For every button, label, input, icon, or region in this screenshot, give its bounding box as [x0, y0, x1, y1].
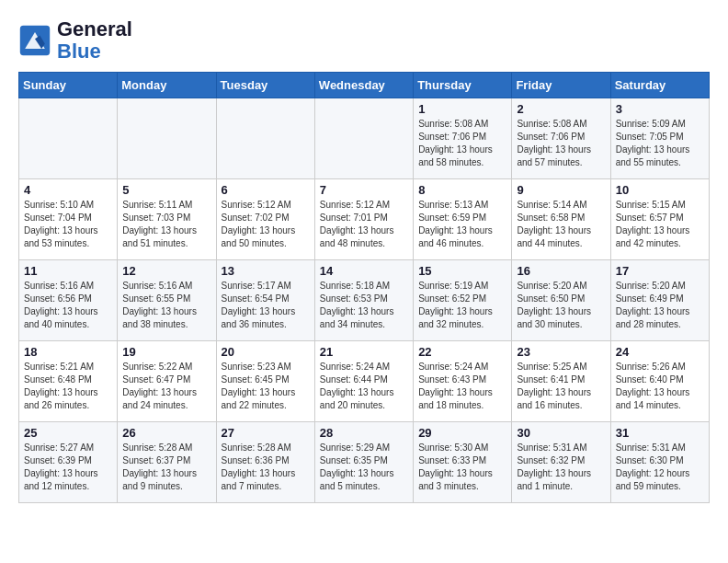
day-info: Sunrise: 5:31 AM Sunset: 6:32 PM Dayligh… — [517, 442, 605, 493]
day-number: 29 — [418, 426, 506, 440]
day-number: 1 — [418, 102, 506, 116]
day-number: 8 — [418, 183, 506, 197]
day-info: Sunrise: 5:08 AM Sunset: 7:06 PM Dayligh… — [418, 118, 506, 169]
day-number: 18 — [24, 345, 112, 359]
calendar-cell: 4Sunrise: 5:10 AM Sunset: 7:04 PM Daylig… — [19, 179, 118, 260]
day-number: 9 — [517, 183, 605, 197]
calendar-cell: 3Sunrise: 5:09 AM Sunset: 7:05 PM Daylig… — [610, 98, 709, 179]
calendar-cell: 17Sunrise: 5:20 AM Sunset: 6:49 PM Dayli… — [610, 260, 709, 341]
day-number: 23 — [517, 345, 605, 359]
weekday-header-sunday: Sunday — [19, 73, 118, 98]
calendar-cell: 20Sunrise: 5:23 AM Sunset: 6:45 PM Dayli… — [216, 341, 314, 422]
calendar-week-4: 18Sunrise: 5:21 AM Sunset: 6:48 PM Dayli… — [19, 341, 710, 422]
calendar-cell: 30Sunrise: 5:31 AM Sunset: 6:32 PM Dayli… — [512, 422, 610, 503]
day-number: 30 — [517, 426, 605, 440]
calendar-cell: 23Sunrise: 5:25 AM Sunset: 6:41 PM Dayli… — [512, 341, 610, 422]
weekday-row: SundayMondayTuesdayWednesdayThursdayFrid… — [19, 73, 710, 98]
calendar-table: SundayMondayTuesdayWednesdayThursdayFrid… — [18, 72, 710, 503]
day-info: Sunrise: 5:16 AM Sunset: 6:55 PM Dayligh… — [122, 280, 210, 331]
calendar-cell: 10Sunrise: 5:15 AM Sunset: 6:57 PM Dayli… — [610, 179, 709, 260]
day-info: Sunrise: 5:18 AM Sunset: 6:53 PM Dayligh… — [320, 280, 408, 331]
logo-text: General Blue — [57, 18, 132, 63]
day-number: 6 — [222, 183, 310, 197]
day-info: Sunrise: 5:17 AM Sunset: 6:54 PM Dayligh… — [222, 280, 310, 331]
day-number: 2 — [517, 102, 605, 116]
page-header: General Blue — [18, 18, 710, 63]
day-number: 3 — [616, 102, 704, 116]
day-number: 13 — [222, 264, 310, 278]
calendar-week-2: 4Sunrise: 5:10 AM Sunset: 7:04 PM Daylig… — [19, 179, 710, 260]
day-info: Sunrise: 5:16 AM Sunset: 6:56 PM Dayligh… — [24, 280, 112, 331]
day-number: 27 — [222, 426, 310, 440]
day-number: 24 — [616, 345, 704, 359]
day-info: Sunrise: 5:22 AM Sunset: 6:47 PM Dayligh… — [122, 361, 210, 412]
day-info: Sunrise: 5:26 AM Sunset: 6:40 PM Dayligh… — [616, 361, 704, 412]
day-number: 16 — [517, 264, 605, 278]
day-info: Sunrise: 5:30 AM Sunset: 6:33 PM Dayligh… — [418, 442, 506, 493]
calendar-cell: 11Sunrise: 5:16 AM Sunset: 6:56 PM Dayli… — [19, 260, 118, 341]
day-info: Sunrise: 5:12 AM Sunset: 7:02 PM Dayligh… — [222, 199, 310, 250]
day-info: Sunrise: 5:20 AM Sunset: 6:50 PM Dayligh… — [517, 280, 605, 331]
day-number: 21 — [320, 345, 408, 359]
calendar-cell — [118, 98, 216, 179]
logo: General Blue — [18, 18, 132, 63]
day-number: 10 — [616, 183, 704, 197]
weekday-header-thursday: Thursday — [414, 73, 512, 98]
calendar-cell — [314, 98, 413, 179]
day-number: 14 — [320, 264, 408, 278]
day-info: Sunrise: 5:11 AM Sunset: 7:03 PM Dayligh… — [122, 199, 210, 250]
calendar-cell: 13Sunrise: 5:17 AM Sunset: 6:54 PM Dayli… — [216, 260, 314, 341]
calendar-cell: 9Sunrise: 5:14 AM Sunset: 6:58 PM Daylig… — [512, 179, 610, 260]
day-number: 5 — [122, 183, 210, 197]
calendar-cell: 14Sunrise: 5:18 AM Sunset: 6:53 PM Dayli… — [314, 260, 413, 341]
calendar-cell — [216, 98, 314, 179]
calendar-cell: 2Sunrise: 5:08 AM Sunset: 7:06 PM Daylig… — [512, 98, 610, 179]
day-info: Sunrise: 5:28 AM Sunset: 6:36 PM Dayligh… — [222, 442, 310, 493]
day-info: Sunrise: 5:28 AM Sunset: 6:37 PM Dayligh… — [122, 442, 210, 493]
day-number: 22 — [418, 345, 506, 359]
calendar-cell: 27Sunrise: 5:28 AM Sunset: 6:36 PM Dayli… — [216, 422, 314, 503]
day-number: 19 — [122, 345, 210, 359]
calendar-cell: 16Sunrise: 5:20 AM Sunset: 6:50 PM Dayli… — [512, 260, 610, 341]
calendar-cell: 29Sunrise: 5:30 AM Sunset: 6:33 PM Dayli… — [414, 422, 512, 503]
weekday-header-friday: Friday — [512, 73, 610, 98]
calendar-cell: 28Sunrise: 5:29 AM Sunset: 6:35 PM Dayli… — [314, 422, 413, 503]
calendar-body: 1Sunrise: 5:08 AM Sunset: 7:06 PM Daylig… — [19, 98, 710, 503]
calendar-cell: 8Sunrise: 5:13 AM Sunset: 6:59 PM Daylig… — [414, 179, 512, 260]
calendar-cell: 24Sunrise: 5:26 AM Sunset: 6:40 PM Dayli… — [610, 341, 709, 422]
day-info: Sunrise: 5:23 AM Sunset: 6:45 PM Dayligh… — [222, 361, 310, 412]
calendar-header: SundayMondayTuesdayWednesdayThursdayFrid… — [19, 73, 710, 98]
day-info: Sunrise: 5:27 AM Sunset: 6:39 PM Dayligh… — [24, 442, 112, 493]
calendar-cell: 22Sunrise: 5:24 AM Sunset: 6:43 PM Dayli… — [414, 341, 512, 422]
day-number: 17 — [616, 264, 704, 278]
calendar-cell: 31Sunrise: 5:31 AM Sunset: 6:30 PM Dayli… — [610, 422, 709, 503]
calendar-cell: 25Sunrise: 5:27 AM Sunset: 6:39 PM Dayli… — [19, 422, 118, 503]
calendar-cell: 7Sunrise: 5:12 AM Sunset: 7:01 PM Daylig… — [314, 179, 413, 260]
weekday-header-tuesday: Tuesday — [216, 73, 314, 98]
day-number: 31 — [616, 426, 704, 440]
day-number: 25 — [24, 426, 112, 440]
day-info: Sunrise: 5:14 AM Sunset: 6:58 PM Dayligh… — [517, 199, 605, 250]
weekday-header-saturday: Saturday — [610, 73, 709, 98]
day-number: 7 — [320, 183, 408, 197]
day-info: Sunrise: 5:29 AM Sunset: 6:35 PM Dayligh… — [320, 442, 408, 493]
weekday-header-wednesday: Wednesday — [314, 73, 413, 98]
calendar-cell: 5Sunrise: 5:11 AM Sunset: 7:03 PM Daylig… — [118, 179, 216, 260]
day-info: Sunrise: 5:25 AM Sunset: 6:41 PM Dayligh… — [517, 361, 605, 412]
weekday-header-monday: Monday — [118, 73, 216, 98]
calendar-week-5: 25Sunrise: 5:27 AM Sunset: 6:39 PM Dayli… — [19, 422, 710, 503]
calendar-cell: 1Sunrise: 5:08 AM Sunset: 7:06 PM Daylig… — [414, 98, 512, 179]
day-info: Sunrise: 5:19 AM Sunset: 6:52 PM Dayligh… — [418, 280, 506, 331]
day-info: Sunrise: 5:12 AM Sunset: 7:01 PM Dayligh… — [320, 199, 408, 250]
day-info: Sunrise: 5:10 AM Sunset: 7:04 PM Dayligh… — [24, 199, 112, 250]
calendar-cell: 21Sunrise: 5:24 AM Sunset: 6:44 PM Dayli… — [314, 341, 413, 422]
day-number: 15 — [418, 264, 506, 278]
day-info: Sunrise: 5:21 AM Sunset: 6:48 PM Dayligh… — [24, 361, 112, 412]
calendar-cell: 19Sunrise: 5:22 AM Sunset: 6:47 PM Dayli… — [118, 341, 216, 422]
calendar-cell: 12Sunrise: 5:16 AM Sunset: 6:55 PM Dayli… — [118, 260, 216, 341]
calendar-cell: 18Sunrise: 5:21 AM Sunset: 6:48 PM Dayli… — [19, 341, 118, 422]
day-number: 28 — [320, 426, 408, 440]
day-info: Sunrise: 5:20 AM Sunset: 6:49 PM Dayligh… — [616, 280, 704, 331]
calendar-cell: 6Sunrise: 5:12 AM Sunset: 7:02 PM Daylig… — [216, 179, 314, 260]
calendar-cell: 15Sunrise: 5:19 AM Sunset: 6:52 PM Dayli… — [414, 260, 512, 341]
